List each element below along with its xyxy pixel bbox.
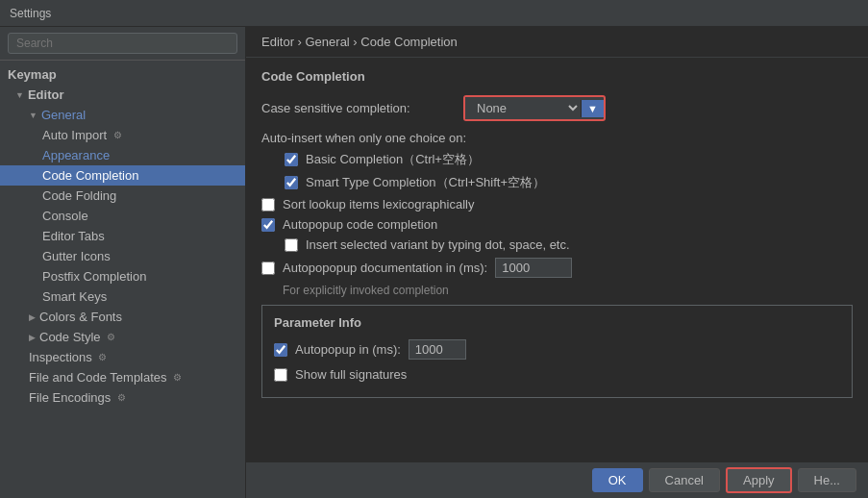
sidebar-item-file-encodings[interactable]: File Encodings ⚙ [0, 387, 245, 408]
sidebar-item-appearance[interactable]: Appearance [0, 145, 245, 165]
main-layout: Keymap ▼ Editor ▼ General Auto Import ⚙ … [0, 27, 868, 498]
sort-lookup-row: Sort lookup items lexicographically [261, 197, 853, 212]
postfix-completion-label: Postfix Completion [42, 269, 146, 284]
show-full-signatures-row: Show full signatures [274, 367, 840, 382]
insert-selected-checkbox[interactable] [285, 238, 298, 252]
autopopup-doc-label: Autopopopup documentation in (ms): [283, 261, 487, 275]
breadcrumb: Editor › General › Code Completion [246, 27, 868, 58]
title-bar: Settings [0, 0, 868, 27]
editor-triangle: ▼ [15, 90, 24, 100]
sidebar-item-smart-keys[interactable]: Smart Keys [0, 286, 245, 307]
smart-type-row: Smart Type Completion（Ctrl+Shift+空格） [285, 174, 853, 191]
code-completion-label: Code Completion [42, 168, 138, 183]
autopopup-ms-value-input[interactable] [409, 339, 466, 360]
search-input[interactable] [8, 33, 237, 54]
colors-fonts-triangle: ▶ [29, 312, 36, 322]
case-sensitive-select[interactable]: None All First letter [465, 97, 581, 119]
help-button[interactable]: He... [798, 468, 856, 492]
sidebar-item-code-style[interactable]: ▶ Code Style ⚙ [0, 327, 245, 347]
for-explicitly-note: For explicitly invoked completion [283, 284, 853, 297]
gear-icon: ⚙ [111, 129, 124, 142]
parameter-info-title: Parameter Info [274, 315, 840, 330]
sidebar-item-file-code-templates[interactable]: File and Code Templates ⚙ [0, 367, 245, 387]
inspections-label: Inspections [29, 350, 92, 364]
insert-selected-label: Insert selected variant by typing dot, s… [306, 237, 570, 252]
sidebar-item-keymap[interactable]: Keymap [0, 64, 245, 85]
sidebar-item-editor-tabs[interactable]: Editor Tabs [0, 226, 245, 246]
case-sensitive-row: Case sensitive completion: None All Firs… [261, 95, 853, 121]
file-code-templates-label: File and Code Templates [29, 370, 167, 385]
sort-lookup-checkbox[interactable] [261, 198, 275, 212]
insert-selected-row: Insert selected variant by typing dot, s… [285, 237, 853, 252]
basic-completion-checkbox[interactable] [285, 153, 298, 166]
sort-lookup-label: Sort lookup items lexicographically [283, 197, 474, 212]
appearance-label: Appearance [42, 148, 110, 162]
sidebar-item-editor[interactable]: ▼ Editor [0, 85, 245, 105]
autopopup-ms-group: Autopopup in (ms): [295, 339, 466, 360]
title-text: Settings [10, 7, 51, 20]
cancel-button[interactable]: Cancel [649, 468, 720, 492]
sidebar-item-postfix-completion[interactable]: Postfix Completion [0, 266, 245, 286]
search-bar [0, 27, 245, 61]
smart-type-checkbox[interactable] [285, 176, 298, 189]
autopopup-code-checkbox[interactable] [261, 218, 275, 232]
sidebar-item-code-completion[interactable]: Code Completion [0, 165, 245, 186]
autopopup-code-row: Autopopup code completion [261, 217, 853, 232]
sidebar-tree: Keymap ▼ Editor ▼ General Auto Import ⚙ … [0, 61, 245, 411]
general-label: General [41, 108, 86, 122]
code-style-label: Code Style [39, 330, 101, 344]
panel-body: Code Completion Case sensitive completio… [246, 58, 868, 461]
autopopup-code-label: Autopopup code completion [283, 217, 437, 232]
sidebar-item-console[interactable]: Console [0, 206, 245, 226]
sidebar-item-gutter-icons[interactable]: Gutter Icons [0, 246, 245, 266]
autopopup-ms-label: Autopopup in (ms): [295, 342, 401, 357]
autopopup-doc-value-input[interactable] [495, 258, 572, 278]
auto-insert-label: Auto-insert when only one choice on: [261, 131, 853, 145]
case-sensitive-dropdown-container: None All First letter ▼ [463, 95, 606, 121]
file-encodings-gear-icon: ⚙ [114, 391, 128, 405]
autopopup-ms-row: Autopopup in (ms): [274, 339, 840, 360]
keymap-label: Keymap [8, 67, 57, 82]
general-triangle: ▼ [29, 111, 37, 120]
auto-import-label: Auto Import [42, 128, 107, 142]
section-title: Code Completion [261, 69, 853, 84]
apply-button[interactable]: Apply [726, 467, 792, 493]
file-templates-gear-icon: ⚙ [171, 371, 185, 385]
smart-type-label: Smart Type Completion（Ctrl+Shift+空格） [306, 174, 545, 191]
editor-label: Editor [28, 87, 64, 102]
inspections-gear-icon: ⚙ [96, 351, 110, 364]
content-panel: Editor › General › Code Completion Code … [246, 27, 868, 498]
colors-fonts-label: Colors & Fonts [39, 310, 122, 324]
sidebar-item-auto-import[interactable]: Auto Import ⚙ [0, 125, 245, 145]
basic-completion-row: Basic Completion（Ctrl+空格） [285, 151, 853, 168]
gutter-icons-label: Gutter Icons [42, 249, 111, 263]
editor-tabs-label: Editor Tabs [42, 229, 105, 243]
show-full-signatures-label: Show full signatures [295, 367, 407, 382]
bottom-bar: OK Cancel Apply He... [246, 461, 868, 498]
smart-keys-label: Smart Keys [42, 289, 107, 304]
code-folding-label: Code Folding [42, 188, 116, 203]
show-full-signatures-checkbox[interactable] [274, 368, 287, 382]
autopopup-doc-row: Autopopopup documentation in (ms): [261, 258, 853, 278]
sidebar: Keymap ▼ Editor ▼ General Auto Import ⚙ … [0, 27, 246, 498]
ok-button[interactable]: OK [592, 468, 643, 492]
sidebar-item-inspections[interactable]: Inspections ⚙ [0, 347, 245, 367]
code-style-triangle: ▶ [29, 333, 36, 342]
file-encodings-label: File Encodings [29, 390, 111, 405]
parameter-info-section: Parameter Info Autopopup in (ms): Show f… [261, 305, 853, 398]
console-label: Console [42, 209, 88, 223]
autopopup-ms-checkbox[interactable] [274, 343, 287, 357]
autopopup-doc-checkbox[interactable] [261, 261, 275, 275]
case-sensitive-label: Case sensitive completion: [261, 101, 454, 115]
dropdown-arrow-icon[interactable]: ▼ [581, 100, 604, 117]
sidebar-item-general[interactable]: ▼ General [0, 105, 245, 125]
sidebar-item-colors-fonts[interactable]: ▶ Colors & Fonts [0, 307, 245, 327]
code-style-gear-icon: ⚙ [105, 331, 118, 344]
basic-completion-label: Basic Completion（Ctrl+空格） [306, 151, 480, 168]
sidebar-item-code-folding[interactable]: Code Folding [0, 186, 245, 206]
